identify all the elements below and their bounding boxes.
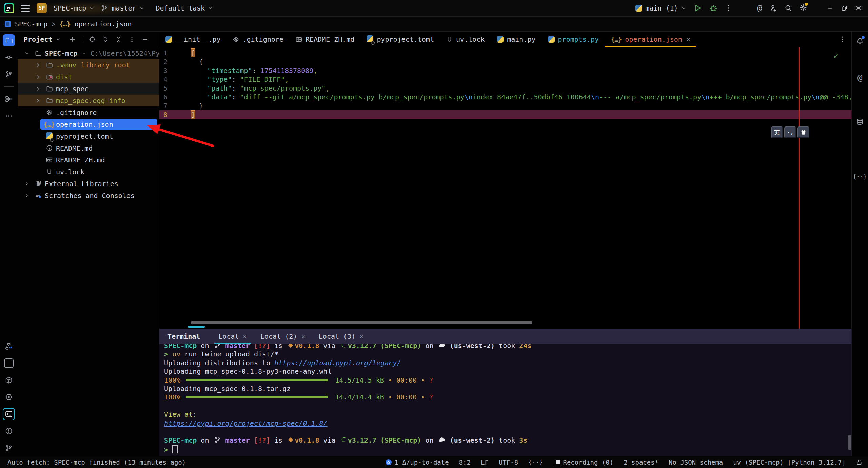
close-tab-icon[interactable]: × [359,333,363,340]
chevron-right-icon[interactable] [34,74,42,80]
status-indent-style[interactable]: 2 spaces* [624,459,658,466]
chevron-down-icon[interactable] [56,37,61,42]
close-tab-icon[interactable]: × [686,35,690,43]
status-file-encoding[interactable]: UTF-8 [499,459,518,466]
notifications-button[interactable] [854,35,866,47]
tree-item-uv-lock[interactable]: uv.lock [18,166,159,178]
task-selector[interactable]: Default task [156,4,213,12]
terminal-tool-button[interactable] [3,408,15,420]
chevron-right-icon[interactable] [34,98,42,103]
ime-punctuation-badge[interactable]: ·, [784,126,796,138]
terminal-title[interactable]: Terminal [167,332,200,340]
terminal-output[interactable]: SPEC-mcp on master [!?] is v0.1.8 via v3… [159,344,852,456]
tab-readme-zh-md[interactable]: README_ZH.md [290,32,361,47]
branch-selector[interactable]: master [101,4,144,12]
services-tool-button[interactable] [3,340,15,352]
code-line-3[interactable]: 3 "timestamp": 1754118378089, [159,66,852,75]
terminal-scrollbar[interactable] [848,435,851,450]
tree-item-dist[interactable]: dist [18,71,159,83]
close-tab-icon[interactable]: × [243,333,247,340]
status-python-interpreter[interactable]: uv (SPEC-mcp) [Python 3.12.7] [733,459,846,466]
tab-operation-json[interactable]: {…}operation.json× [605,32,696,47]
tab--init-py[interactable]: __init__.py [159,32,226,47]
code-line-7[interactable]: 7 } [159,101,852,110]
more-actions-icon[interactable] [725,4,732,12]
structure-tool-button[interactable] [3,93,15,105]
collapse-all-icon[interactable] [115,36,122,43]
terminal-tab-local-2-[interactable]: Local (2)× [254,329,312,344]
tree-item-mcp-spec[interactable]: mcp_spec [18,83,159,95]
ime-language-badge[interactable]: 英 [771,126,783,138]
project-tool-button[interactable] [3,34,15,46]
breadcrumb-project[interactable]: SPEC-mcp [15,20,47,28]
terminal-tab-local-3-[interactable]: Local (3)× [312,329,370,344]
project-selector[interactable]: SPEC-mcp [54,4,94,12]
panel-options-icon[interactable] [129,36,135,43]
ime-width-badge[interactable] [797,126,809,138]
code-line-5[interactable]: 5 "path": "mcp_spec/prompts.py", [159,84,852,93]
tree-item--venv[interactable]: .venvlibrary root [18,59,159,71]
tab-options-icon[interactable] [839,36,852,43]
minimize-button[interactable] [827,5,833,12]
tree-item-external-libraries[interactable]: External Libraries [18,178,159,190]
tab-prompts-py[interactable]: prompts.py [542,32,605,47]
tree-item-readme-md[interactable]: README.md [18,142,159,154]
select-opened-file-icon[interactable] [89,36,96,43]
search-everywhere-icon[interactable] [785,4,792,12]
tab-uv-lock[interactable]: uv.lock [440,32,491,47]
tree-item-spec-mcp[interactable]: SPEC-mcp- C:\Users\15524\Pych [18,47,159,59]
tab-pyproject-toml[interactable]: pyproject.toml [360,32,440,47]
add-user-icon[interactable] [770,4,777,12]
code-line-4[interactable]: 4 "type": "FILE_DIFF", [159,75,852,84]
tree-item-operation-json[interactable]: {…}operation.json [18,118,159,130]
python-packages-button[interactable] [3,374,15,386]
tab--gitignore[interactable]: .gitignore [226,32,289,47]
code-line-2[interactable]: 2 { [159,57,852,66]
chevron-right-icon[interactable] [34,86,42,92]
restore-button[interactable] [841,5,848,12]
ai-assistant-icon[interactable]: @ [757,3,762,13]
horizontal-scrollbar[interactable] [191,321,532,324]
tree-item--gitignore[interactable]: .gitignore [18,106,159,118]
main-menu-icon[interactable] [21,5,30,12]
code-line-8[interactable]: 8] [159,110,852,119]
tree-item-scratches-and-consoles[interactable]: Scratches and Consoles [18,190,159,201]
hide-panel-icon[interactable] [142,36,149,43]
status-vcs-sync-status[interactable]: 1 Δ/up-to-date [385,459,449,466]
breadcrumb-file[interactable]: operation.json [75,20,132,28]
close-tab-icon[interactable]: × [301,333,305,340]
tree-item-mcp-spec-egg-info[interactable]: mcp_spec.egg-info [18,95,159,106]
close-button[interactable] [855,5,862,12]
chevron-right-icon[interactable] [22,193,31,198]
chevron-right-icon[interactable] [34,62,42,68]
status-json-schema[interactable]: No JSON schema [669,459,723,466]
run-config-selector[interactable]: main (1) [635,4,686,12]
tab-main-py[interactable]: main.py [491,32,541,47]
status-caret-position[interactable]: 8:2 [459,459,471,466]
chevron-down-icon[interactable] [22,51,31,56]
ai-assistant-tool-button[interactable]: @ [854,72,866,84]
commit-tool-button[interactable] [3,51,15,63]
git-tool-button[interactable] [3,68,15,80]
code-editor[interactable]: 1[2 {3 "timestamp": 1754118378089,4 "typ… [159,47,852,329]
status-json-widget[interactable]: {··} [528,459,546,466]
status-line-separator[interactable]: LF [481,459,489,466]
chevron-right-icon[interactable] [22,181,31,187]
database-tool-button[interactable] [854,116,866,128]
status-macro-recording[interactable]: Recording (0) [556,459,613,466]
tree-item-readme-zh-md[interactable]: README_ZH.md [18,154,159,166]
debug-button[interactable] [709,4,717,12]
inspections-ok-icon[interactable]: ✓ [833,51,839,61]
code-line-6[interactable]: 6 "data": "diff --git a/mcp_spec/prompts… [159,93,852,101]
status-file-lock[interactable] [856,459,863,466]
problems-tool-button[interactable] [3,425,15,437]
settings-gear-icon[interactable] [800,4,807,13]
more-tools-button[interactable] [3,110,15,122]
expand-all-icon[interactable] [102,36,109,43]
project-avatar[interactable]: SP [37,3,47,13]
run-button[interactable] [694,4,702,12]
vcs-tool-button[interactable] [3,442,15,454]
python-console-button[interactable] [3,357,15,369]
tree-item-pyproject-toml[interactable]: pyproject.toml [18,130,159,142]
run-tool-button[interactable] [3,391,15,403]
